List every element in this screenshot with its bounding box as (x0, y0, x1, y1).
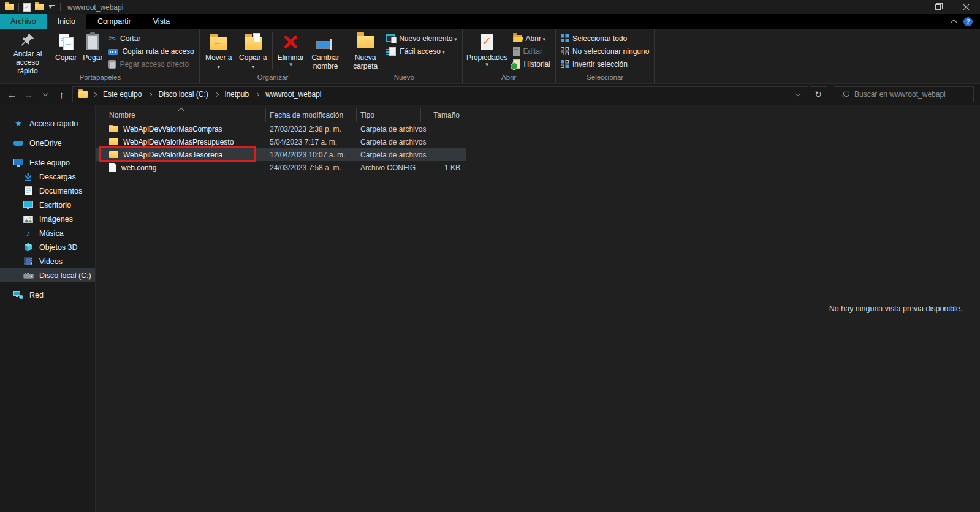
copy-to-button[interactable]: Copiar a (236, 30, 270, 73)
ribbon: Anclar al acceso rápido Copiar Pegar Cor… (0, 29, 980, 84)
refresh-button[interactable] (810, 86, 827, 102)
file-list: Nombre Fecha de modificación Tipo Tamaño… (96, 105, 811, 512)
documents-icon (25, 186, 32, 195)
file-row[interactable]: WebApiDevValorMasPresupuesto 5/04/2023 7… (96, 135, 466, 148)
folder-icon (109, 151, 118, 158)
button-label: No seleccionar ninguno (572, 47, 649, 56)
tab-compartir[interactable]: Compartir (86, 14, 142, 29)
breadcrumb-item[interactable]: Este equipo (97, 87, 147, 102)
sidebar-item-objetos-3d[interactable]: Objetos 3D (0, 240, 95, 254)
close-button[interactable] (952, 0, 980, 14)
chevron-down-icon (796, 91, 800, 96)
file-row-selected[interactable]: WebApiDevValorMasTesoreria 12/04/2023 10… (96, 148, 466, 161)
restore-button[interactable] (924, 0, 952, 14)
group-label: Organizar (202, 73, 344, 83)
move-to-button[interactable]: Mover a (202, 30, 236, 73)
minimize-button[interactable] (895, 0, 924, 14)
breadcrumb[interactable]: Este equipo Disco local (C:) inetpub www… (72, 86, 808, 102)
sidebar-item-red[interactable]: Red (0, 288, 95, 302)
button-label: Fácil acceso (400, 47, 445, 56)
sidebar-item-acceso-rapido[interactable]: Acceso rápido (0, 116, 95, 130)
properties-icon[interactable] (23, 3, 31, 12)
column-header-fecha[interactable]: Fecha de modificación (266, 108, 357, 122)
new-folder-icon[interactable] (35, 4, 44, 10)
cut-button[interactable]: Cortar (105, 32, 197, 45)
sidebar-item-descargas[interactable]: Descargas (0, 170, 95, 184)
button-label: Nueva carpeta (351, 53, 379, 70)
button-label: Historial (524, 60, 550, 69)
sidebar-item-label: Documentos (39, 187, 82, 195)
tab-vista[interactable]: Vista (142, 14, 181, 29)
properties-button[interactable]: Propiedades (465, 30, 510, 73)
new-folder-button[interactable]: Nueva carpeta (348, 30, 382, 73)
button-label: Pegar (83, 53, 102, 62)
select-all-icon (561, 34, 569, 42)
sidebar-item-escritorio[interactable]: Escritorio (0, 198, 95, 212)
column-header-tipo[interactable]: Tipo (357, 108, 421, 122)
history-icon (513, 59, 520, 69)
up-button[interactable]: ↑ (53, 86, 70, 103)
rename-button[interactable]: Cambiar nombre (307, 30, 344, 73)
file-row[interactable]: WebApiDevValorMasCompras 27/03/2023 2:38… (96, 122, 466, 135)
preview-message: No hay ninguna vista previa disponible. (829, 304, 963, 313)
copy-to-icon (245, 37, 262, 50)
tab-inicio[interactable]: Inicio (47, 14, 86, 29)
help-icon[interactable] (963, 17, 973, 26)
sidebar-item-label: Red (29, 291, 44, 299)
main-content: Acceso rápido OneDrive Este equipo Desca… (0, 105, 980, 512)
back-button[interactable]: ← (4, 86, 20, 103)
quick-access-separator (18, 3, 19, 11)
select-all-button[interactable]: Seleccionar todo (558, 32, 652, 45)
new-item-button[interactable]: Nuevo elemento (382, 32, 460, 45)
address-dropdown-button[interactable] (789, 87, 807, 102)
quick-access-separator (60, 3, 61, 11)
network-icon (13, 291, 23, 299)
sidebar-item-musica[interactable]: Música (0, 226, 95, 240)
paste-shortcut-button[interactable]: Pegar acceso directo (105, 58, 197, 70)
recent-locations-button[interactable] (37, 86, 53, 103)
properties-icon (481, 34, 493, 50)
sidebar-item-onedrive[interactable]: OneDrive (0, 136, 95, 150)
button-label: Propiedades (466, 53, 507, 67)
copy-button[interactable]: Copiar (52, 30, 80, 73)
forward-button[interactable]: → (20, 86, 37, 103)
sidebar-item-videos[interactable]: Videos (0, 254, 95, 268)
sidebar-item-imagenes[interactable]: Imágenes (0, 212, 95, 226)
search-input[interactable] (854, 90, 967, 99)
sidebar-item-label: Objetos 3D (39, 243, 78, 252)
file-row[interactable]: web.config 24/03/2023 7:58 a. m. Archivo… (96, 161, 466, 174)
delete-button[interactable]: Eliminar (275, 30, 307, 73)
tab-archivo[interactable]: Archivo (0, 14, 47, 29)
column-header-tamano[interactable]: Tamaño (421, 108, 465, 122)
history-button[interactable]: Historial (510, 58, 553, 70)
sidebar-item-label: Disco local (C:) (39, 271, 91, 280)
move-to-icon (210, 37, 227, 50)
sidebar-item-disco-local-c[interactable]: Disco local (C:) (0, 268, 95, 282)
paste-button[interactable]: Pegar (80, 30, 105, 73)
open-button[interactable]: Abrir (510, 32, 553, 45)
button-label: Eliminar (278, 53, 304, 67)
3d-objects-icon (24, 243, 32, 252)
onedrive-cloud-icon (13, 141, 23, 146)
search-box[interactable] (834, 86, 974, 102)
sidebar-item-documentos[interactable]: Documentos (0, 184, 95, 198)
breadcrumb-item[interactable]: Disco local (C:) (153, 87, 213, 102)
invert-selection-button[interactable]: Invertir selección (558, 58, 652, 70)
refresh-icon (815, 89, 822, 99)
button-label: Nuevo elemento (399, 34, 457, 43)
copy-path-button[interactable]: Copiar ruta de acceso (105, 45, 197, 58)
customize-quick-access-chevron-icon[interactable] (48, 4, 56, 10)
breadcrumb-item[interactable]: inetpub (219, 87, 254, 102)
select-none-button[interactable]: No seleccionar ninguno (558, 45, 652, 58)
sidebar-item-este-equipo[interactable]: Este equipo (0, 156, 95, 170)
edit-button[interactable]: Editar (510, 45, 553, 58)
pin-to-quick-access-button[interactable]: Anclar al acceso rápido (3, 30, 52, 73)
collapse-ribbon-icon[interactable] (951, 20, 957, 26)
file-modified: 24/03/2023 7:58 a. m. (266, 164, 357, 172)
sidebar-item-label: Descargas (39, 173, 76, 181)
button-label: Pegar acceso directo (120, 60, 189, 69)
breadcrumb-item[interactable]: wwwroot_webapi (260, 87, 327, 102)
file-name: web.config (121, 164, 156, 172)
easy-access-button[interactable]: Fácil acceso (382, 45, 460, 58)
file-name: WebApiDevValorMasPresupuesto (123, 138, 234, 146)
